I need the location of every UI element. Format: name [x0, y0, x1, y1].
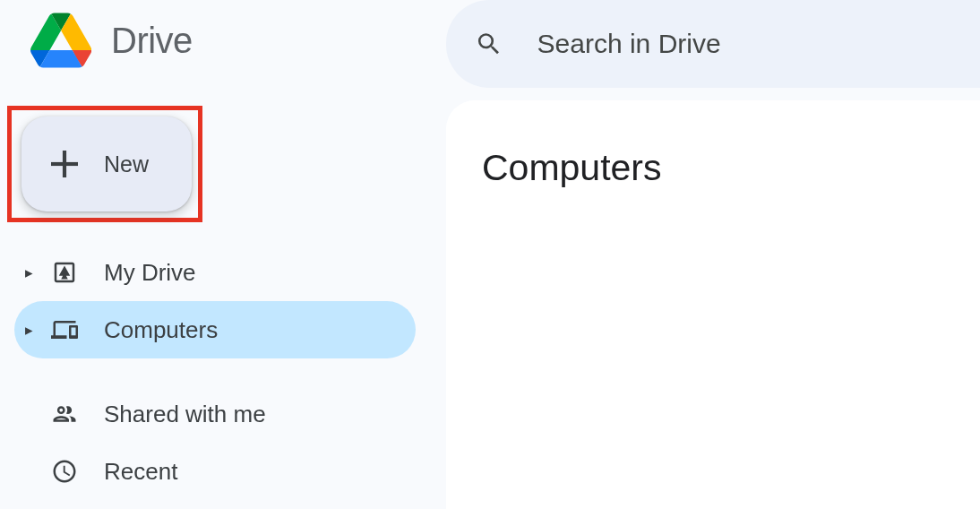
- main-content: Computers: [446, 100, 980, 509]
- sidebar-item-my-drive[interactable]: ▸ My Drive: [14, 244, 416, 301]
- chevron-right-icon[interactable]: ▸: [25, 263, 38, 282]
- page-title: Computers: [482, 147, 980, 189]
- drive-logo-icon: [30, 13, 91, 68]
- drive-icon: [45, 259, 84, 286]
- plus-icon: [47, 146, 82, 182]
- sidebar-item-recent[interactable]: ▸ Recent: [14, 443, 416, 500]
- sidebar-item-label: Computers: [104, 316, 218, 344]
- sidebar-item-shared-with-me[interactable]: ▸ Shared with me: [14, 385, 416, 443]
- recent-icon: [45, 458, 84, 485]
- sidebar-item-label: Shared with me: [104, 401, 266, 428]
- new-button-label: New: [104, 151, 149, 177]
- search-bar[interactable]: [446, 0, 980, 88]
- search-input[interactable]: [537, 29, 980, 59]
- search-icon: [475, 28, 503, 60]
- sidebar-item-label: Recent: [104, 458, 177, 486]
- chevron-right-icon[interactable]: ▸: [25, 321, 38, 340]
- sidebar-item-label: My Drive: [104, 259, 196, 287]
- sidebar-item-computers[interactable]: ▸ Computers: [14, 301, 416, 358]
- shared-icon: [45, 401, 84, 427]
- app-title: Drive: [111, 21, 193, 61]
- computers-icon: [45, 316, 84, 343]
- new-button[interactable]: New: [21, 116, 192, 211]
